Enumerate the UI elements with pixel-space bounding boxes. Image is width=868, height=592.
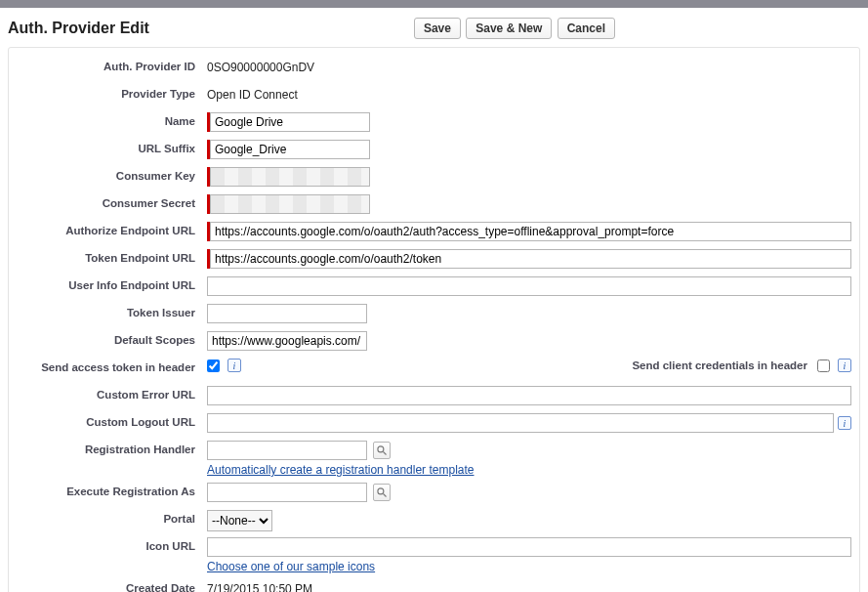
portal-select[interactable]: --None-- <box>207 510 272 531</box>
custom-logout-url-input[interactable] <box>207 413 834 433</box>
page-body: Auth. Provider Edit Save Save & New Canc… <box>0 8 868 592</box>
value-auth-provider-id: 0SO90000000GnDV <box>207 58 314 74</box>
label-created-date: Created Date <box>17 579 207 592</box>
label-send-client-creds: Send client credentials in header <box>632 359 817 371</box>
svg-line-3 <box>384 494 387 497</box>
consumer-key-input[interactable] <box>210 167 370 187</box>
value-provider-type: Open ID Connect <box>207 85 298 102</box>
form-panel: Auth. Provider ID 0SO90000000GnDV Provid… <box>8 47 860 592</box>
header-button-group: Save Save & New Cancel <box>169 18 860 39</box>
label-auth-provider-id: Auth. Provider ID <box>17 58 207 72</box>
save-button[interactable]: Save <box>414 18 461 39</box>
info-icon[interactable]: i <box>838 416 851 430</box>
info-icon[interactable]: i <box>838 359 851 372</box>
label-consumer-secret: Consumer Secret <box>17 194 207 209</box>
label-portal: Portal <box>17 510 207 525</box>
auto-create-handler-link[interactable]: Automatically create a registration hand… <box>207 463 851 477</box>
execute-registration-as-input[interactable] <box>207 483 367 502</box>
token-issuer-input[interactable] <box>207 304 367 323</box>
label-authorize-endpoint: Authorize Endpoint URL <box>17 222 207 236</box>
window-top-bar <box>0 0 868 8</box>
user-info-endpoint-input[interactable] <box>207 276 851 296</box>
lookup-icon[interactable] <box>373 484 391 501</box>
lookup-icon[interactable] <box>373 442 391 459</box>
cancel-button[interactable]: Cancel <box>558 18 615 39</box>
label-registration-handler: Registration Handler <box>17 441 207 455</box>
label-send-access-token: Send access token in header <box>17 359 207 373</box>
authorize-endpoint-input[interactable] <box>210 222 851 241</box>
label-provider-type: Provider Type <box>17 85 207 100</box>
label-user-info-endpoint: User Info Endpoint URL <box>17 276 207 291</box>
consumer-secret-input[interactable] <box>210 194 370 214</box>
label-custom-error-url: Custom Error URL <box>17 386 207 401</box>
label-execute-registration-as: Execute Registration As <box>17 483 207 497</box>
send-client-creds-checkbox[interactable] <box>817 359 830 372</box>
name-input[interactable] <box>210 112 370 132</box>
custom-error-url-input[interactable] <box>207 386 851 405</box>
header-row: Auth. Provider Edit Save Save & New Canc… <box>8 14 860 47</box>
label-name: Name <box>17 112 207 127</box>
url-suffix-input[interactable] <box>210 140 370 159</box>
label-token-issuer: Token Issuer <box>17 304 207 318</box>
label-consumer-key: Consumer Key <box>17 167 207 182</box>
default-scopes-input[interactable] <box>207 331 367 351</box>
send-access-token-checkbox[interactable] <box>207 359 220 372</box>
registration-handler-input[interactable] <box>207 441 367 460</box>
label-custom-logout-url: Custom Logout URL <box>17 413 207 428</box>
token-endpoint-input[interactable] <box>210 249 851 269</box>
value-created-date: 7/19/2015 10:50 PM <box>207 579 312 592</box>
choose-sample-icons-link[interactable]: Choose one of our sample icons <box>207 560 851 573</box>
page-title: Auth. Provider Edit <box>8 20 169 37</box>
save-new-button[interactable]: Save & New <box>466 18 552 39</box>
icon-url-input[interactable] <box>207 537 851 557</box>
svg-line-1 <box>384 452 387 455</box>
svg-point-0 <box>378 446 384 452</box>
label-icon-url: Icon URL <box>17 537 207 552</box>
info-icon[interactable]: i <box>227 359 241 372</box>
svg-point-2 <box>378 488 384 494</box>
label-default-scopes: Default Scopes <box>17 331 207 346</box>
label-url-suffix: URL Suffix <box>17 140 207 154</box>
label-token-endpoint: Token Endpoint URL <box>17 249 207 264</box>
